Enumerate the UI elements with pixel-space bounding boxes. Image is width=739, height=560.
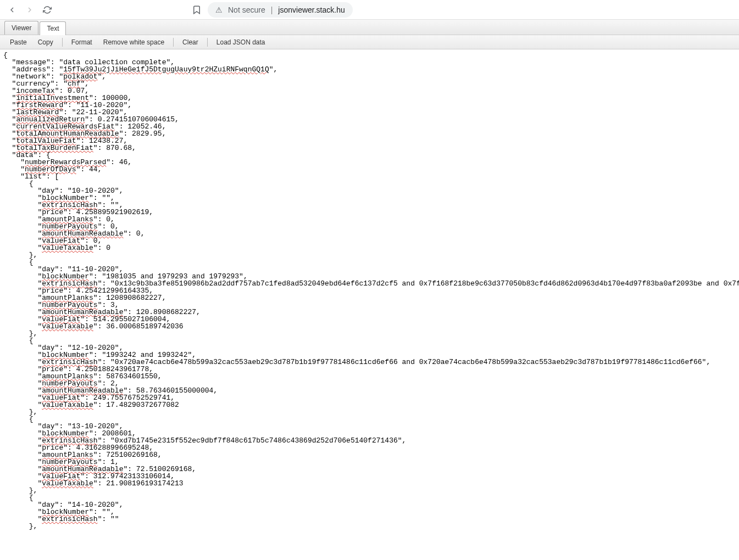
back-button[interactable] [5,3,19,16]
toolbar-separator [173,38,174,47]
paste-button[interactable]: Paste [5,37,31,48]
url-separator: | [271,5,273,14]
url-text: jsonviewer.stack.hu [278,5,345,14]
forward-button[interactable] [23,3,36,16]
refresh-button[interactable] [41,3,54,16]
copy-button[interactable]: Copy [34,37,58,48]
format-button[interactable]: Format [67,37,97,48]
clear-button[interactable]: Clear [178,37,203,48]
bookmark-icon[interactable] [190,3,203,16]
toolbar: Paste Copy Format Remove white space Cle… [0,35,739,49]
tab-text[interactable]: Text [40,21,66,35]
tab-bar: Viewer Text [0,20,739,35]
url-bar: ⚠ Not secure | jsonviewer.stack.hu [190,2,734,18]
tab-viewer[interactable]: Viewer [4,21,38,35]
toolbar-separator [207,38,208,47]
security-status: Not secure [228,5,265,14]
remove-whitespace-button[interactable]: Remove white space [99,37,169,48]
load-json-button[interactable]: Load JSON data [212,37,270,48]
url-input[interactable]: ⚠ Not secure | jsonviewer.stack.hu [208,2,353,18]
warning-icon: ⚠ [215,5,223,14]
browser-nav-bar: ⚠ Not secure | jsonviewer.stack.hu [0,0,739,20]
toolbar-separator [62,38,63,47]
json-text-area[interactable]: { "message": "data collection complete",… [0,49,739,532]
